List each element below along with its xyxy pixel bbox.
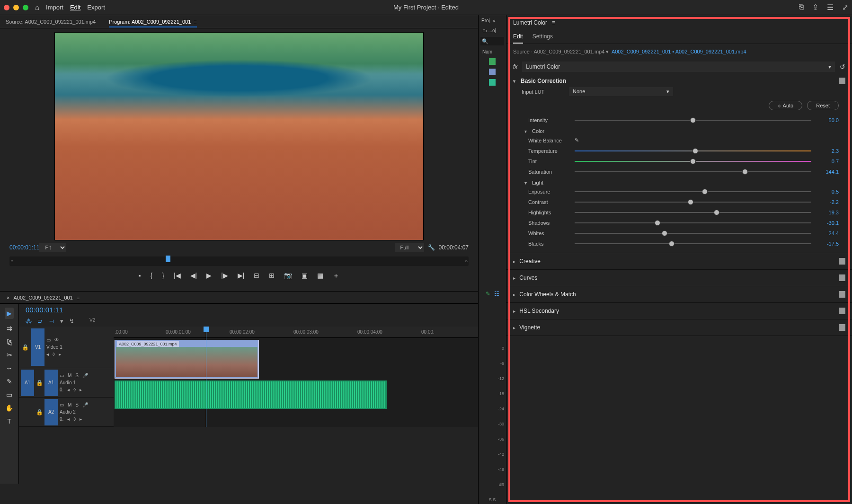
chevron-down-icon[interactable]: ▾ — [606, 49, 609, 54]
video-clip[interactable]: A002_C009_092221_001.mp4 — [115, 340, 259, 379]
lock-a2-icon[interactable]: 🔒 — [36, 409, 43, 416]
vignette-toggle[interactable] — [839, 324, 845, 331]
blacks-value[interactable]: -17.5 — [816, 241, 839, 247]
slip-tool-icon[interactable]: ↔ — [6, 364, 13, 372]
sequence-link[interactable]: A002_C009_092221_001 — [612, 49, 672, 54]
tint-slider[interactable] — [575, 161, 811, 162]
marker-tool-icon[interactable]: ▾ — [60, 318, 63, 325]
scrub-playhead[interactable] — [166, 256, 170, 262]
search-input[interactable] — [480, 37, 504, 45]
eyedropper-icon[interactable]: ✎ — [575, 137, 579, 143]
basic-correction-header[interactable]: ▾Basic Correction — [513, 78, 845, 84]
timecode-current[interactable]: 00:00:01:11 — [9, 244, 39, 251]
audio-clip[interactable] — [115, 380, 387, 409]
label-green[interactable] — [489, 58, 496, 65]
panel-menu-icon[interactable]: ≡ — [552, 19, 555, 26]
ripple-tool-icon[interactable]: ⧎ — [7, 338, 12, 345]
color-subsection[interactable]: ▾Color — [513, 125, 845, 135]
proxy-icon[interactable]: ▦ — [317, 272, 323, 280]
exposure-slider[interactable] — [575, 191, 811, 192]
v1-header[interactable]: 🔒 V1 ▭👁 Video 1 ◂◊▸ — [19, 327, 114, 368]
settings-tool-icon[interactable]: ↯ — [69, 318, 74, 325]
mic-icon[interactable]: 🎤 — [82, 373, 88, 378]
zoom-fit-select[interactable]: Fit — [39, 243, 66, 252]
menu-edit[interactable]: Edit — [70, 4, 80, 11]
close-window-button[interactable] — [4, 5, 9, 10]
extract-icon[interactable]: ⊞ — [269, 272, 275, 280]
intensity-slider[interactable] — [575, 120, 811, 121]
exposure-value[interactable]: 0.5 — [816, 189, 839, 195]
hsl-secondary-section[interactable]: ▸ HSL Secondary — [506, 303, 852, 319]
folder-icon[interactable]: 🗀 — [482, 28, 487, 33]
whites-slider[interactable] — [575, 233, 811, 234]
lock-a1-icon[interactable]: 🔒 — [36, 380, 43, 386]
workspace-menu-icon[interactable]: ☰ — [827, 3, 834, 12]
mute-icon[interactable]: ▭ — [60, 373, 64, 378]
mark-in-icon[interactable]: { — [151, 272, 153, 280]
project-tab[interactable]: Proj — [481, 18, 490, 23]
step-back-icon[interactable]: ◀| — [190, 272, 197, 280]
temperature-value[interactable]: 2.3 — [816, 148, 839, 154]
a1-source[interactable]: A1 — [21, 370, 34, 396]
source-tab[interactable]: Source: A002_C009_092221_001.mp4 — [6, 19, 96, 25]
list-view-icon[interactable]: ☷ — [494, 291, 499, 297]
blacks-slider[interactable] — [575, 243, 811, 244]
fx-badge-icon[interactable]: fx — [513, 63, 517, 70]
toggle-output-icon[interactable]: ▭ — [46, 337, 51, 343]
whites-value[interactable]: -24.4 — [816, 230, 839, 236]
linked-selection-icon[interactable]: ⊃ — [37, 318, 43, 325]
minimize-window-button[interactable] — [13, 5, 19, 10]
colorwheels-toggle[interactable] — [839, 291, 845, 298]
contrast-slider[interactable] — [575, 202, 811, 203]
menu-export[interactable]: Export — [87, 4, 105, 11]
video-canvas[interactable] — [54, 32, 424, 240]
hand-tool-icon[interactable]: ✋ — [5, 404, 13, 412]
quick-export-icon[interactable]: ⎘ — [799, 3, 804, 12]
menu-import[interactable]: Import — [46, 4, 63, 11]
sequence-tab[interactable]: A002_C009_092221_001 — [13, 295, 72, 301]
timeline-close-icon[interactable]: × — [7, 295, 9, 301]
saturation-value[interactable]: 144.1 — [816, 169, 839, 175]
creative-toggle[interactable] — [839, 258, 845, 265]
lumetri-settings-tab[interactable]: Settings — [532, 30, 553, 44]
home-icon[interactable]: ⌂ — [35, 3, 39, 11]
basic-correction-toggle[interactable] — [839, 78, 845, 84]
shadows-slider[interactable] — [575, 222, 811, 223]
label-teal[interactable] — [489, 79, 496, 86]
go-to-out-icon[interactable]: ▶| — [238, 272, 245, 280]
a1-target[interactable]: A1 — [44, 370, 58, 396]
play-icon[interactable]: ▶ — [206, 272, 212, 280]
temperature-slider[interactable] — [575, 150, 811, 151]
label-blue[interactable] — [489, 69, 496, 75]
monitor-scrubber[interactable]: ○ ○ — [9, 256, 469, 266]
a2-target[interactable]: A2 — [44, 399, 58, 425]
curves-toggle[interactable] — [839, 274, 845, 281]
clip-link[interactable]: A002_C009_092221_001.mp4 — [674, 49, 746, 54]
lumetri-edit-tab[interactable]: Edit — [513, 30, 523, 44]
go-to-in-icon[interactable]: |◀ — [174, 272, 181, 280]
compare-icon[interactable]: ▣ — [302, 272, 308, 280]
highlights-value[interactable]: 19.3 — [816, 210, 839, 215]
expand-icon[interactable]: » — [493, 18, 496, 23]
curves-section[interactable]: ▸ Curves — [506, 270, 852, 286]
insert-mode-icon[interactable]: ⫤ — [48, 318, 54, 325]
fullscreen-icon[interactable]: ⤢ — [842, 3, 848, 12]
maximize-window-button[interactable] — [23, 5, 28, 10]
reset-effect-icon[interactable]: ↺ — [840, 63, 845, 71]
vignette-section[interactable]: ▸ Vignette — [506, 319, 852, 336]
creative-section[interactable]: ▸ Creative — [506, 253, 852, 270]
reset-button[interactable]: Reset — [807, 101, 839, 110]
time-ruler[interactable]: :00:00 00:00:01:00 00:00:02:00 00:00:03:… — [114, 327, 478, 338]
saturation-slider[interactable] — [575, 171, 811, 172]
razor-tool-icon[interactable]: ✂ — [7, 351, 12, 359]
effect-select[interactable]: Lumetri Color▾ — [522, 62, 835, 72]
program-tab[interactable]: Program: A002_C009_092221_001 ≡ — [109, 19, 197, 27]
wrench-icon[interactable]: 🔧 — [428, 244, 435, 251]
share-icon[interactable]: ⇪ — [812, 3, 818, 12]
mark-out-icon[interactable]: } — [162, 272, 164, 280]
type-tool-icon[interactable]: T — [7, 417, 11, 425]
tint-value[interactable]: 0.7 — [816, 159, 839, 164]
pen-tool-icon[interactable]: ✎ — [7, 378, 12, 385]
lock-icon[interactable]: 🔒 — [21, 344, 29, 351]
selection-tool-icon[interactable]: ▶ — [5, 308, 14, 319]
